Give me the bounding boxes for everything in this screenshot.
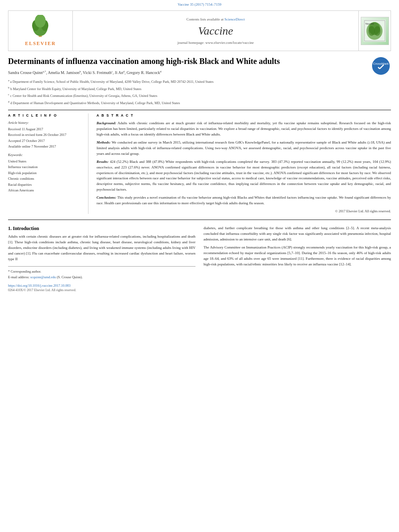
intro-two-col: 1. Introduction Adults with certain chro… — [8, 226, 391, 292]
methods-text: We conducted an online survey in March 2… — [97, 140, 391, 156]
corresponding-note: * Corresponding author. — [8, 269, 195, 275]
conclusions-label: Conclusions: — [97, 195, 116, 199]
background-label: Background: — [97, 121, 116, 125]
keyword-5: Racial disparities — [8, 182, 82, 187]
background-text: Adults with chronic conditions are at mu… — [97, 121, 391, 136]
journal-logo-box: Vaccine — [358, 11, 391, 51]
journal-reference: Vaccine 35 (2017) 7154–7159 — [0, 0, 399, 8]
svg-point-12 — [372, 57, 390, 75]
intro-para-right-2: The Advisory Committee on Immunization P… — [204, 245, 391, 267]
affiliations: a a Department of Family Science, School… — [8, 78, 391, 106]
paper-body: 1. Introduction Adults with certain chro… — [8, 226, 391, 292]
crossmark-badge[interactable]: CrossMark — [371, 56, 391, 76]
issn-text: 0264-410X/© 2017 Elsevier Ltd. All right… — [8, 288, 195, 292]
intro-heading: 1. Introduction — [8, 226, 195, 232]
paper-title: Determinants of influenza vaccination am… — [8, 56, 391, 66]
svg-point-9 — [374, 26, 380, 36]
crossmark-icon: CrossMark — [371, 56, 391, 76]
vaccine-logo-image: Vaccine — [364, 20, 386, 42]
intro-para-right-1: diabetes, and further complicate breathi… — [204, 226, 391, 242]
footnotes: * Corresponding author. E-mail address: … — [8, 266, 195, 292]
journal-homepage: journal homepage: www.elsevier.com/locat… — [177, 41, 254, 45]
sciencedirect-link[interactable]: ScienceDirect — [224, 17, 245, 21]
paper-title-section: Determinants of influenza vaccination am… — [8, 56, 391, 66]
abstract-results: Results: 424 (52.2%) Black and 388 (47.8… — [97, 159, 391, 193]
copyright-text: © 2017 Elsevier Ltd. All rights reserved… — [97, 209, 391, 214]
keyword-2: Influenza vaccination — [8, 164, 82, 170]
abstract-title: A B S T R A C T — [97, 113, 391, 117]
vaccine-logo: Vaccine — [361, 17, 389, 45]
received-date: Received 11 August 2017 — [8, 126, 82, 132]
svg-text:CrossMark: CrossMark — [373, 62, 389, 66]
svg-point-8 — [368, 26, 375, 36]
abstract-section: A B S T R A C T Background: Adults with … — [97, 113, 391, 214]
sciencedirect-label: Contents lists available at ScienceDirec… — [187, 17, 245, 21]
doi-section: https://doi.org/10.1016/j.vaccine.2017.1… — [8, 283, 195, 288]
article-info-title: A R T I C L E I N F O — [8, 113, 82, 117]
elsevier-tree-icon — [28, 15, 52, 39]
authors-line: Sandra Crouse Quinna,*, Amelia M. Jamiso… — [8, 70, 391, 76]
abstract-background: Background: Adults with chronic conditio… — [97, 121, 391, 138]
svg-point-4 — [35, 15, 46, 28]
keyword-3: High-risk population — [8, 170, 82, 176]
doi-link[interactable]: https://doi.org/10.1016/j.vaccine.2017.1… — [8, 283, 70, 288]
abstract-conclusions: Conclusions: This study provides a novel… — [97, 195, 391, 206]
email-link[interactable]: scquinn@umd.edu — [30, 275, 56, 279]
article-info-abstract: A R T I C L E I N F O Article history: R… — [8, 113, 391, 214]
keywords-label: Keywords: — [8, 153, 82, 157]
methods-label: Methods: — [97, 140, 111, 144]
keyword-1: United States — [8, 158, 82, 164]
abstract-text: Background: Adults with chronic conditio… — [97, 121, 391, 214]
publisher-logo: ELSEVIER — [8, 11, 73, 51]
header-divider — [8, 110, 391, 110]
email-note: E-mail address: scquinn@umd.edu (S. Crou… — [8, 275, 195, 280]
keyword-4: Chronic conditions — [8, 176, 82, 181]
intro-para-1: Adults with certain chronic diseases are… — [8, 234, 195, 262]
conclusions-text: This study provides a novel examination … — [97, 195, 391, 205]
revised-date: Received in revised form 26 October 2017 — [8, 132, 82, 138]
journal-header: ELSEVIER Contents lists available at Sci… — [8, 10, 391, 51]
main-content: Determinants of influenza vaccination am… — [8, 56, 391, 220]
results-text: 424 (52.2%) Black and 388 (47.8%) White … — [97, 160, 391, 192]
accepted-date: Accepted 27 October 2017 — [8, 138, 82, 144]
svg-text:Vaccine: Vaccine — [365, 22, 374, 25]
article-info-section: A R T I C L E I N F O Article history: R… — [8, 113, 88, 214]
body-divider — [8, 220, 391, 220]
results-label: Results: — [97, 160, 109, 164]
keyword-6: African Americans — [8, 187, 82, 193]
intro-right: diabetes, and further complicate breathi… — [204, 226, 391, 292]
journal-title: Vaccine — [198, 25, 233, 37]
abstract-methods: Methods: We conducted an online survey i… — [97, 140, 391, 157]
journal-title-center: Contents lists available at ScienceDirec… — [73, 11, 358, 51]
available-date: Available online 7 November 2017 — [8, 144, 82, 149]
history-label: Article history: — [8, 121, 82, 125]
intro-left: 1. Introduction Adults with certain chro… — [8, 226, 195, 292]
elsevier-brand: ELSEVIER — [25, 41, 56, 47]
